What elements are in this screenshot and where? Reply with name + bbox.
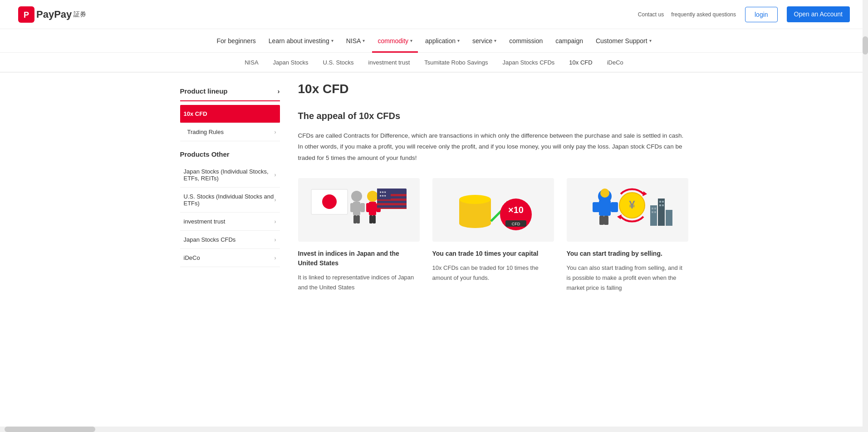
nisa-chevron-icon: ▾ [363,38,365,43]
svg-rect-15 [373,215,376,223]
svg-rect-54 [652,211,653,213]
feature-card-sell-title: You can start trading by selling. [567,249,688,258]
svg-point-3 [322,194,337,209]
top-right-actions: Contact us frequently asked questions lo… [638,6,850,23]
sub-nav-10x-cfd[interactable]: 10x CFD [562,52,599,72]
sell-illustration: ¥ [575,180,680,239]
feature-card-10x-image: ×10 CFD [432,178,554,242]
paypay-logo-icon: P [18,6,34,23]
sidebar-section-title-text: Product lineup [180,87,228,95]
feature-cards: ★★★ ★★★ Invest in indices in Japan and t… [298,178,688,293]
logo-sub: 証券 [74,10,86,19]
nav-item-nisa-label: NISA [346,37,361,45]
svg-rect-41 [593,202,600,212]
nav-item-campaign[interactable]: campaign [550,29,588,53]
logo-text: PayPay [36,9,72,20]
svg-text:×10: ×10 [508,205,524,215]
sub-nav-ideco[interactable]: iDeCo [600,52,631,72]
svg-rect-52 [652,208,653,209]
svg-rect-42 [611,202,618,212]
nav-item-service[interactable]: service ▾ [467,29,502,53]
svg-rect-9 [357,215,360,223]
sub-nav-tsumitate[interactable]: Tsumitate Robo Savings [417,52,495,72]
section-title: The appeal of 10x CFDs [298,111,688,121]
feature-card-10x-title: You can trade 10 times your capital [432,249,554,258]
main-content: 10x CFD The appeal of 10x CFDs CFDs are … [298,82,688,293]
contact-link[interactable]: Contact us [638,11,664,18]
svg-rect-12 [366,203,371,212]
sidebar-item-ideco-arrow-icon: › [275,255,276,261]
content-wrapper: Product lineup › 10x CFD Trading Rules ›… [162,73,706,302]
sidebar-item-ideco[interactable]: iDeCo › [180,249,280,267]
svg-rect-40 [599,200,611,216]
svg-rect-7 [360,203,365,212]
svg-rect-56 [659,201,661,203]
commodity-chevron-icon: ▾ [410,38,412,43]
sub-nav-nisa[interactable]: NISA [237,52,265,72]
feature-card-10x: ×10 CFD You can trade 10 times your capi… [432,178,554,293]
sidebar-item-japan-stocks-label: Japan Stocks (Individual Stocks, ETFs, R… [184,168,275,182]
sidebar-item-japan-cfd[interactable]: Japan Stocks CFDs › [180,231,280,249]
sidebar-item-10x-cfd[interactable]: 10x CFD [180,105,280,123]
svg-marker-47 [642,191,647,196]
sidebar-item-us-stocks-label: U.S. Stocks (Individual Stocks and ETFs) [184,193,275,207]
svg-rect-51 [666,210,672,226]
nav-item-learn[interactable]: Learn about investing ▾ [263,29,339,53]
svg-point-4 [351,191,362,202]
nav-item-application[interactable]: application ▾ [420,29,465,53]
feature-card-sell-image: ¥ [567,178,688,242]
top-links: Contact us frequently asked questions [638,11,736,18]
sub-nav-us-stocks[interactable]: U.S. Stocks [316,52,361,72]
svg-text:★★★: ★★★ [379,191,386,194]
sidebar-item-us-stocks[interactable]: U.S. Stocks (Individual Stocks and ETFs)… [180,188,280,213]
sidebar-sub-item-trading-rules-arrow-icon: › [275,129,276,135]
nav-item-beginners[interactable]: For beginners [211,29,261,53]
sidebar-sub-item-trading-rules[interactable]: Trading Rules › [180,123,280,141]
nav-item-commodity-label: commodity [378,37,408,45]
svg-point-10 [367,191,378,202]
nav-item-commission[interactable]: commission [504,29,548,53]
svg-rect-44 [604,216,608,225]
nav-item-support[interactable]: Customer Support ▾ [590,29,657,53]
sidebar-item-japan-cfd-label: Japan Stocks CFDs [184,236,236,243]
sidebar-section-products-other: Products Other [180,141,280,163]
sidebar: Product lineup › 10x CFD Trading Rules ›… [180,82,280,293]
sidebar-item-japan-stocks[interactable]: Japan Stocks (Individual Stocks, ETFs, R… [180,163,280,188]
svg-point-39 [600,189,609,198]
right-scrollbar[interactable] [863,0,868,302]
sidebar-section-product-lineup[interactable]: Product lineup › [180,82,280,101]
feature-card-sell: ¥ [567,178,688,293]
svg-rect-58 [659,204,661,206]
open-account-button[interactable]: Open an Account [787,6,850,23]
intro-text: CFDs are called Contracts for Difference… [298,130,688,164]
svg-rect-21 [377,189,391,199]
logo[interactable]: P PayPay 証券 [18,6,86,23]
login-button[interactable]: login [745,7,778,22]
sidebar-item-us-stocks-arrow-icon: › [275,197,276,203]
svg-rect-57 [662,201,664,203]
nav-item-commodity[interactable]: commodity ▾ [372,29,418,53]
sidebar-section-arrow-icon: › [278,87,280,95]
sidebar-item-ideco-label: iDeCo [184,254,200,261]
sub-nav: NISA Japan Stocks U.S. Stocks investment… [0,53,868,73]
sidebar-item-investment-trust-arrow-icon: › [275,218,276,225]
sub-nav-japan-cfd[interactable]: Japan Stocks CFDs [495,52,562,72]
svg-point-32 [459,195,491,204]
svg-rect-53 [654,208,656,209]
right-scrollbar-thumb[interactable] [863,36,868,55]
main-nav: For beginners Learn about investing ▾ NI… [0,29,868,53]
sub-nav-investment-trust[interactable]: investment trust [361,52,417,72]
nav-item-learn-label: Learn about investing [269,37,329,45]
svg-rect-19 [377,203,407,205]
svg-rect-20 [377,208,407,209]
feature-card-10x-desc: 10x CFDs can be traded for 10 times the … [432,263,554,283]
nav-item-service-label: service [472,37,492,45]
nav-item-nisa[interactable]: NISA ▾ [341,29,371,53]
feature-card-indices-desc: It is linked to representative indices o… [298,273,420,293]
faq-link[interactable]: frequently asked questions [671,11,736,18]
feature-card-indices-title: Invest in indices in Japan and the Unite… [298,249,420,268]
sub-nav-japan-stocks[interactable]: Japan Stocks [266,52,316,72]
sidebar-item-japan-cfd-arrow-icon: › [275,237,276,243]
sidebar-item-investment-trust[interactable]: investment trust › [180,213,280,231]
svg-rect-14 [369,215,373,223]
